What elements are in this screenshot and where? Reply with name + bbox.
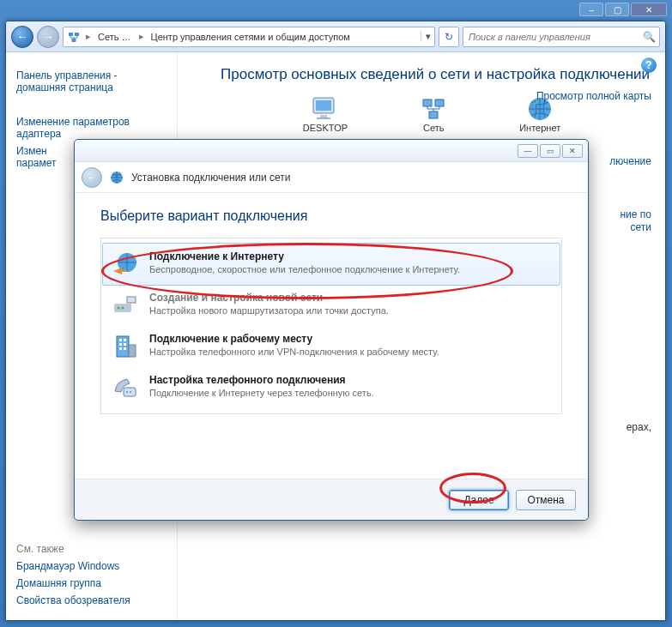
partial-text-3: ерах, (627, 421, 651, 433)
wizard-maximize-button[interactable]: ▭ (540, 144, 560, 158)
svg-rect-6 (317, 118, 330, 119)
sidebar-adapter-settings[interactable]: Изменение параметров адаптера (16, 116, 166, 140)
node-label: Интернет (519, 123, 560, 133)
option-desc: Беспроводное, скоростное или телефонное … (149, 264, 460, 274)
crumb-separator: ▸ (137, 31, 146, 42)
svg-rect-7 (423, 99, 432, 106)
svg-rect-16 (127, 297, 136, 303)
connection-options-list: Подключение к Интернету Беспроводное, ск… (100, 238, 562, 414)
option-title: Настройка телефонного подключения (149, 374, 374, 386)
svg-point-15 (122, 307, 124, 310)
sidebar-cp-home[interactable]: Панель управления - домашняя страница (16, 69, 166, 93)
crumb-root[interactable]: Сеть … (93, 32, 137, 42)
svg-rect-9 (429, 112, 438, 118)
svg-rect-17 (117, 336, 129, 357)
globe-arrow-icon (112, 250, 139, 278)
nav-back-button[interactable]: ← (11, 26, 33, 48)
svg-rect-23 (124, 347, 126, 350)
refresh-button[interactable]: ↻ (439, 27, 459, 47)
option-title: Подключение к Интернету (149, 250, 460, 262)
sidebar-see-also: См. также Брандмауэр Windows Домашняя гр… (16, 543, 167, 612)
svg-rect-8 (435, 99, 444, 106)
svg-rect-18 (119, 339, 122, 341)
desktop-icon (308, 95, 342, 123)
lan-icon (416, 95, 451, 123)
option-title: Подключение к рабочему месту (149, 333, 439, 345)
help-icon[interactable]: ? (641, 57, 657, 73)
sidebar-firewall[interactable]: Брандмауэр Windows (16, 560, 167, 572)
nav-forward-button[interactable]: → (37, 26, 59, 48)
sidebar-homegroup[interactable]: Домашняя группа (16, 577, 167, 589)
option-desc: Подключение к Интернету через телефонную… (149, 388, 374, 398)
node-label: Сеть (423, 123, 444, 133)
svg-rect-21 (124, 343, 126, 346)
sidebar-ie-options[interactable]: Свойства обозревателя (16, 594, 167, 606)
partial-link-1[interactable]: лючение (609, 155, 651, 167)
network-node-lan: Сеть (416, 95, 451, 133)
os-minimize-button[interactable]: – (579, 3, 603, 16)
see-also-heading: См. также (16, 543, 167, 555)
sidebar-share-text1: Измен (16, 145, 47, 157)
address-dropdown[interactable]: ▾ (421, 31, 434, 42)
network-node-desktop: DESKTOP (303, 95, 348, 133)
search-icon: 🔍 (643, 31, 656, 43)
svg-rect-5 (320, 115, 327, 118)
svg-point-27 (130, 391, 131, 393)
svg-rect-24 (129, 345, 136, 357)
router-icon (112, 292, 139, 319)
wizard-close-button[interactable]: ✕ (562, 144, 583, 158)
connection-wizard-dialog: — ▭ ✕ ← Установка подключения или сети В… (74, 139, 589, 521)
crumb-current[interactable]: Центр управления сетями и общим доступом (146, 32, 356, 42)
wizard-back-button[interactable]: ← (82, 167, 102, 188)
wizard-icon (109, 170, 124, 185)
cancel-button[interactable]: Отмена (516, 490, 576, 510)
os-maximize-button[interactable]: ▢ (605, 3, 629, 16)
wizard-minimize-button[interactable]: — (518, 144, 538, 158)
network-icon (67, 30, 81, 44)
svg-point-14 (118, 307, 120, 310)
crumb-separator: ▸ (84, 31, 93, 42)
wizard-heading: Выберите вариант подключения (100, 208, 562, 224)
address-breadcrumb[interactable]: ▸ Сеть … ▸ Центр управления сетями и общ… (63, 27, 435, 47)
option-desc: Настройка нового маршрутизатора или точк… (149, 305, 389, 316)
svg-rect-20 (119, 343, 122, 346)
os-titlebar: – ▢ ✕ (0, 0, 672, 17)
search-input[interactable] (467, 31, 643, 43)
phone-modem-icon (112, 374, 139, 401)
svg-point-26 (126, 391, 128, 393)
page-title: Просмотр основных сведений о сети и наст… (221, 66, 651, 83)
wizard-content: Выберите вариант подключения Подключение… (75, 193, 588, 479)
wizard-button-bar: Далее Отмена (75, 479, 588, 520)
os-close-button[interactable]: ✕ (631, 3, 667, 16)
sidebar-share-text2: парамет (16, 157, 57, 169)
next-button[interactable]: Далее (449, 490, 509, 510)
option-title: Создание и настройка новой сети (149, 292, 389, 304)
wizard-header: ← Установка подключения или сети (75, 162, 588, 193)
view-full-map-link[interactable]: Просмотр полной карты (536, 90, 651, 102)
option-workplace[interactable]: Подключение к рабочему месту Настройка т… (103, 326, 560, 367)
option-dialup[interactable]: Настройка телефонного подключения Подклю… (103, 367, 560, 408)
explorer-toolbar: ← → ▸ Сеть … ▸ Центр управления сетями и… (6, 21, 665, 52)
building-icon (112, 333, 139, 360)
svg-rect-0 (69, 33, 73, 36)
option-connect-internet[interactable]: Подключение к Интернету Беспроводное, ск… (102, 243, 560, 286)
partial-link-2a[interactable]: ние по (620, 208, 651, 220)
wizard-titlebar: — ▭ ✕ (75, 140, 588, 162)
partial-link-2b[interactable]: сети (631, 221, 651, 233)
svg-rect-19 (124, 339, 126, 341)
svg-rect-4 (316, 100, 331, 111)
search-box[interactable]: 🔍 (463, 27, 660, 47)
option-desc: Настройка телефонного или VPN-подключени… (149, 347, 439, 357)
node-label: DESKTOP (303, 123, 348, 133)
wizard-header-title: Установка подключения или сети (131, 172, 290, 184)
option-new-network[interactable]: Создание и настройка новой сети Настройк… (103, 285, 560, 326)
svg-rect-1 (75, 33, 79, 36)
svg-rect-22 (119, 347, 122, 350)
